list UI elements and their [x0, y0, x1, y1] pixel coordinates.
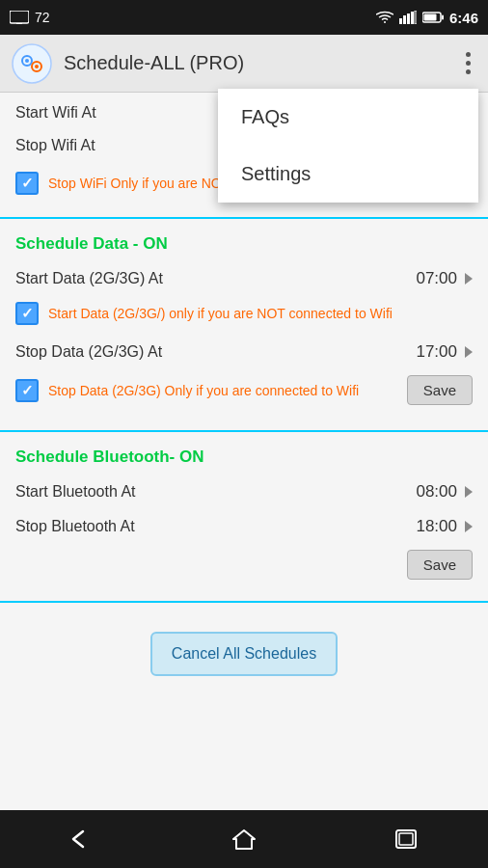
svg-rect-8	[423, 14, 436, 21]
data-section: Schedule Data - ON Start Data (2G/3G) At…	[0, 225, 488, 424]
overflow-menu-button[interactable]	[460, 46, 476, 80]
start-data-time[interactable]: 07:00	[416, 269, 473, 288]
stop-bluetooth-row[interactable]: Stop Bluetooth At 18:00	[15, 509, 473, 544]
time-display: 6:46	[449, 10, 478, 26]
start-data-row[interactable]: Start Data (2G/3G) At 07:00	[15, 261, 473, 296]
app-icon	[12, 43, 52, 84]
svg-rect-1	[16, 23, 22, 24]
dropdown-menu: FAQs Settings	[218, 89, 478, 203]
back-icon	[68, 827, 95, 851]
data-save-button[interactable]: Save	[407, 375, 473, 405]
stop-data-arrow	[465, 346, 473, 358]
start-wifi-label: Start Wifi At	[15, 104, 96, 122]
start-data-label: Start Data (2G/3G) At	[15, 270, 163, 287]
back-button[interactable]	[52, 820, 110, 858]
recents-icon	[394, 828, 420, 850]
svg-rect-6	[415, 11, 417, 24]
menu-item-settings[interactable]: Settings	[218, 146, 478, 203]
status-bar: 72 6:46	[0, 0, 488, 35]
cancel-all-container: Cancel All Schedules	[0, 609, 488, 699]
svg-rect-3	[403, 15, 406, 24]
stop-bluetooth-label: Stop Bluetooth At	[15, 518, 135, 535]
svg-rect-2	[399, 18, 402, 24]
stop-data-row[interactable]: Stop Data (2G/3G) At 17:00	[15, 335, 473, 369]
svg-rect-16	[399, 833, 413, 845]
svg-rect-0	[10, 11, 29, 23]
stop-bluetooth-arrow	[465, 521, 473, 532]
bluetooth-save-button[interactable]: Save	[407, 550, 473, 580]
app-title: Schedule-ALL (PRO)	[64, 52, 460, 74]
svg-rect-4	[407, 14, 410, 24]
svg-point-12	[25, 59, 29, 63]
start-bluetooth-row[interactable]: Start Bluetooth At 08:00	[15, 475, 473, 509]
stop-data-checkbox-row[interactable]: Stop Data (2G/3G) Only if you are connec…	[15, 369, 473, 415]
app-bar: Schedule-ALL (PRO) FAQs Settings	[0, 35, 488, 93]
stop-data-time[interactable]: 17:00	[416, 342, 473, 362]
stop-data-checkbox-text: Stop Data (2G/3G) Only if you are connec…	[48, 383, 397, 398]
start-bluetooth-label: Start Bluetooth At	[15, 483, 136, 501]
home-icon	[231, 827, 257, 851]
recents-button[interactable]	[378, 820, 436, 858]
start-data-arrow	[465, 273, 473, 285]
start-bluetooth-arrow	[465, 486, 473, 498]
divider-2	[0, 430, 488, 432]
svg-rect-9	[442, 15, 444, 20]
notification-count: 72	[35, 10, 50, 25]
start-data-checkbox-text: Start Data (2G/3G/) only if you are NOT …	[48, 306, 473, 321]
svg-rect-5	[411, 12, 414, 24]
screen-icon	[10, 11, 29, 24]
start-data-checkbox[interactable]	[15, 302, 39, 325]
battery-icon	[422, 12, 444, 23]
signal-icon	[399, 11, 417, 24]
home-button[interactable]	[215, 820, 273, 858]
dot-3	[466, 69, 471, 74]
divider-3	[0, 601, 488, 603]
cancel-all-button[interactable]: Cancel All Schedules	[150, 632, 338, 676]
start-data-checkbox-row[interactable]: Start Data (2G/3G/) only if you are NOT …	[15, 296, 473, 335]
stop-wifi-label: Stop Wifi At	[15, 137, 95, 154]
stop-bluetooth-time[interactable]: 18:00	[416, 517, 473, 536]
stop-data-checkbox[interactable]	[15, 379, 39, 402]
stop-data-label: Stop Data (2G/3G) At	[15, 343, 162, 361]
start-bluetooth-time[interactable]: 08:00	[416, 482, 473, 502]
bottom-nav	[0, 810, 488, 868]
dot-1	[466, 52, 471, 57]
data-section-title: Schedule Data - ON	[15, 234, 473, 254]
bluetooth-section-title: Schedule Bluetooth- ON	[15, 448, 473, 467]
status-left: 72	[10, 10, 50, 25]
status-right: 6:46	[376, 10, 478, 26]
wifi-icon	[376, 11, 393, 24]
svg-point-14	[35, 65, 39, 68]
bluetooth-section: Schedule Bluetooth- ON Start Bluetooth A…	[0, 438, 488, 595]
divider-1	[0, 217, 488, 219]
dot-2	[466, 61, 471, 66]
menu-item-faqs[interactable]: FAQs	[218, 89, 478, 146]
wifi-checkbox[interactable]	[15, 172, 39, 195]
